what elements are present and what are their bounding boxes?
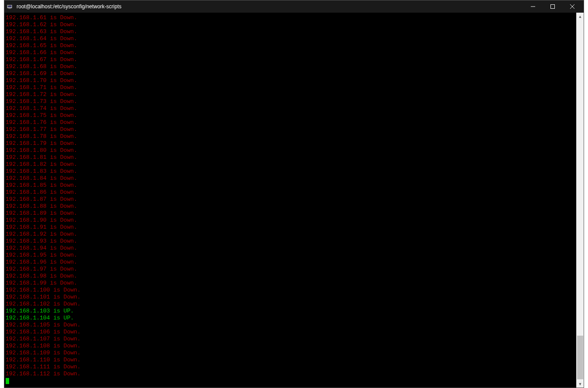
terminal-line: 192.168.1.112 is Down. [6,371,575,378]
window-title: root@localhost:/etc/sysconfig/network-sc… [17,3,523,10]
terminal-line: 192.168.1.98 is Down. [6,273,575,280]
terminal-line: 192.168.1.61 is Down. [6,14,575,21]
terminal-line: 192.168.1.74 is Down. [6,105,575,112]
close-button[interactable] [562,0,582,13]
terminal-line: 192.168.1.80 is Down. [6,147,575,154]
terminal-line: 192.168.1.90 is Down. [6,217,575,224]
terminal-line: 192.168.1.73 is Down. [6,98,575,105]
terminal-line: 192.168.1.88 is Down. [6,203,575,210]
terminal-line: 192.168.1.95 is Down. [6,252,575,259]
terminal-line: 192.168.1.75 is Down. [6,112,575,119]
terminal-line: 192.168.1.100 is Down. [6,287,575,294]
terminal-output[interactable]: 192.168.1.61 is Down.192.168.1.62 is Dow… [4,13,576,388]
terminal-line: 192.168.1.92 is Down. [6,231,575,238]
terminal-line: 192.168.1.69 is Down. [6,70,575,77]
terminal-line: 192.168.1.70 is Down. [6,77,575,84]
terminal-line: 192.168.1.72 is Down. [6,91,575,98]
terminal-line: 192.168.1.97 is Down. [6,266,575,273]
terminal-line: 192.168.1.68 is Down. [6,63,575,70]
terminal-line: 192.168.1.105 is Down. [6,322,575,329]
terminal-line: 192.168.1.109 is Down. [6,350,575,357]
putty-icon [6,3,13,10]
terminal-line: 192.168.1.99 is Down. [6,280,575,287]
terminal-line: 192.168.1.96 is Down. [6,259,575,266]
terminal-line: 192.168.1.111 is Down. [6,364,575,371]
terminal-line: 192.168.1.71 is Down. [6,84,575,91]
terminal-line: 192.168.1.83 is Down. [6,168,575,175]
terminal-line: 192.168.1.102 is Down. [6,301,575,308]
scrollbar-vertical[interactable]: ▲ ▼ [576,13,584,388]
maximize-button[interactable] [543,0,562,13]
terminal-line: 192.168.1.63 is Down. [6,28,575,35]
scrollbar-arrow-down-icon[interactable]: ▼ [577,380,584,388]
scrollbar-thumb[interactable] [577,336,583,379]
svg-rect-5 [550,5,554,9]
terminal-line: 192.168.1.65 is Down. [6,42,575,49]
terminal-line: 192.168.1.64 is Down. [6,35,575,42]
terminal-line: 192.168.1.93 is Down. [6,238,575,245]
terminal-line: 192.168.1.66 is Down. [6,49,575,56]
terminal-line: 192.168.1.87 is Down. [6,196,575,203]
terminal-line: 192.168.1.108 is Down. [6,343,575,350]
terminal-cursor [6,378,9,384]
terminal-line: 192.168.1.91 is Down. [6,224,575,231]
terminal-cursor-line[interactable] [6,378,575,385]
terminal-line: 192.168.1.67 is Down. [6,56,575,63]
terminal-line: 192.168.1.89 is Down. [6,210,575,217]
scrollbar-arrow-up-icon[interactable]: ▲ [577,13,584,20]
terminal-line: 192.168.1.82 is Down. [6,161,575,168]
terminal-line: 192.168.1.86 is Down. [6,189,575,196]
terminal-line: 192.168.1.78 is Down. [6,133,575,140]
terminal-line: 192.168.1.94 is Down. [6,245,575,252]
svg-rect-2 [8,8,10,9]
terminal-line: 192.168.1.104 is UP. [6,315,575,322]
window-controls [523,0,582,13]
terminal-window: root@localhost:/etc/sysconfig/network-sc… [4,0,584,388]
terminal-line: 192.168.1.79 is Down. [6,140,575,147]
terminal-line: 192.168.1.107 is Down. [6,336,575,343]
terminal-line: 192.168.1.101 is Down. [6,294,575,301]
minimize-button[interactable] [523,0,543,13]
terminal-line: 192.168.1.110 is Down. [6,357,575,364]
titlebar[interactable]: root@localhost:/etc/sysconfig/network-sc… [4,0,584,13]
terminal-container: 192.168.1.61 is Down.192.168.1.62 is Dow… [4,13,584,388]
terminal-line: 192.168.1.84 is Down. [6,175,575,182]
terminal-line: 192.168.1.103 is UP. [6,308,575,315]
terminal-line: 192.168.1.76 is Down. [6,119,575,126]
terminal-line: 192.168.1.81 is Down. [6,154,575,161]
terminal-line: 192.168.1.85 is Down. [6,182,575,189]
terminal-line: 192.168.1.106 is Down. [6,329,575,336]
terminal-line: 192.168.1.77 is Down. [6,126,575,133]
terminal-line: 192.168.1.62 is Down. [6,21,575,28]
